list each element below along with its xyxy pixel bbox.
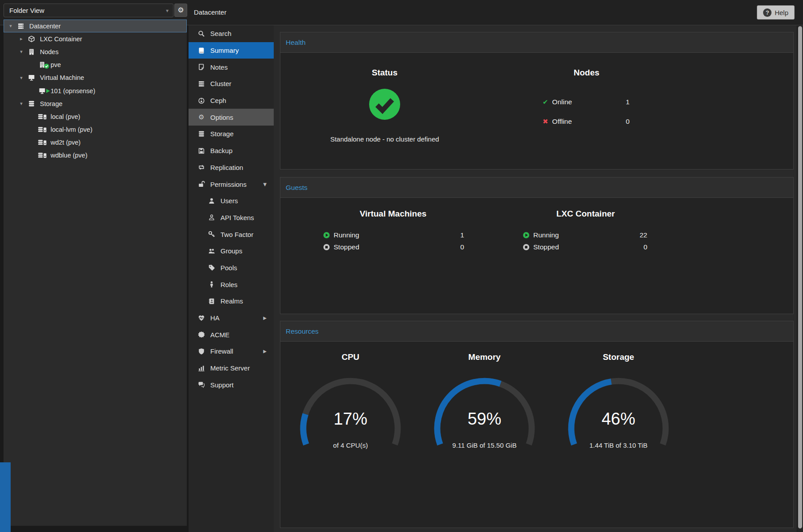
nav-item-summary[interactable]: Summary [189, 42, 274, 59]
expand-right-icon: ▶ [263, 349, 267, 354]
tree-item-pve[interactable]: pve [4, 59, 187, 71]
gear-icon: ⚙ [197, 114, 205, 121]
shield-icon [197, 348, 205, 355]
bar-chart-icon [197, 365, 205, 372]
nav-item-cluster[interactable]: Cluster [189, 75, 274, 92]
lxc-heading: LXC Container [506, 209, 665, 219]
nav-item-pools[interactable]: Pools [189, 260, 274, 276]
nav-item-label: Realms [220, 297, 243, 305]
nav-item-search[interactable]: Search [189, 25, 274, 42]
tree-item-nodes[interactable]: ▾Nodes [4, 45, 187, 58]
heartbeat-icon [197, 315, 205, 322]
question-icon: ? [763, 8, 772, 17]
stop-circle-icon [523, 244, 530, 251]
chevron-down-icon[interactable]: ▾ [19, 101, 24, 106]
nav-item-backup[interactable]: Backup [189, 142, 274, 159]
nav-item-roles[interactable]: Roles [189, 276, 274, 293]
tree-item-wdblue-pve[interactable]: wdblue (pve) [4, 149, 187, 162]
nav-item-firewall[interactable]: Firewall▶ [189, 343, 274, 360]
health-panel: Health Status Standalone node - no clust… [280, 32, 794, 169]
gauge-heading: Memory [420, 352, 549, 362]
address-book-icon [208, 298, 216, 305]
status-ok-icon [369, 88, 401, 120]
nav-item-options[interactable]: ⚙Options [189, 109, 274, 126]
nav-item-notes[interactable]: Notes [189, 59, 274, 75]
running-badge [45, 87, 51, 95]
nav-item-label: HA [210, 314, 220, 322]
nav-item-ceph[interactable]: Ceph [189, 92, 274, 109]
tree-item-wd2t-pve[interactable]: wd2t (pve) [4, 136, 187, 149]
search-icon [197, 30, 205, 37]
main-content: Health Status Standalone node - no clust… [274, 25, 797, 532]
chevron-down-icon[interactable]: ▾ [19, 49, 24, 55]
nav-item-permissions[interactable]: Permissions▼ [189, 176, 274, 193]
health-panel-header: Health [280, 32, 793, 53]
tree-item-storage[interactable]: ▾Storage [4, 97, 187, 110]
nav-item-label: Two Factor [220, 231, 253, 238]
nav-item-groups[interactable]: Groups [189, 243, 274, 260]
tree-item-101-opnsense[interactable]: 101 (opnsense) [4, 84, 187, 97]
health-title: Health [286, 39, 306, 46]
help-button[interactable]: ? Help [757, 5, 795, 20]
nodes-rows: ✔Online1✖Offline0 [543, 95, 630, 134]
gauge-cpu: CPU17%of 4 CPU(s) [286, 342, 415, 488]
tree-item-local-lvm-pve[interactable]: local-lvm (pve) [4, 123, 187, 136]
tree-item-lxc-container[interactable]: ▸LXC Container [4, 32, 187, 45]
nav-item-replication[interactable]: Replication [189, 159, 274, 176]
collapsed-panel-marker[interactable] [0, 462, 11, 532]
tree-item-virtual-machine[interactable]: ▾Virtual Machine [4, 71, 187, 84]
nav-item-storage[interactable]: Storage [189, 126, 274, 142]
user-icon [208, 197, 216, 205]
nav-item-label: Search [210, 30, 232, 37]
nav-item-label: Summary [210, 47, 239, 54]
lxc-rows: Running22Stopped0 [523, 229, 647, 253]
unlock-icon [197, 181, 205, 188]
nav-item-metric-server[interactable]: Metric Server [189, 360, 274, 377]
scrollbar-thumb[interactable] [798, 26, 802, 528]
nav-item-support[interactable]: Support [189, 376, 274, 393]
nav-item-acme[interactable]: ACME [189, 326, 274, 343]
note-icon [197, 63, 205, 71]
nav-item-api-tokens[interactable]: API Tokens [189, 209, 274, 226]
tree-item-label: pve [51, 61, 61, 68]
page-title: Datacenter [194, 8, 226, 16]
tree-item-label: Datacenter [29, 23, 61, 30]
nav-item-users[interactable]: Users [189, 193, 274, 209]
nav-item-label: Groups [220, 247, 242, 255]
nav-item-two-factor[interactable]: Two Factor [189, 226, 274, 243]
chevron-down-icon: ▾ [166, 8, 169, 14]
certificate-icon [197, 331, 205, 338]
database-icon [197, 130, 205, 138]
nav-item-label: Metric Server [210, 364, 250, 372]
server-icon [16, 23, 26, 30]
view-mode-label: Folder View [9, 7, 44, 14]
chevron-right-icon[interactable]: ▸ [19, 36, 24, 42]
tree-item-label: Storage [40, 100, 63, 107]
nav-item-label: Backup [210, 147, 232, 154]
tree-item-datacenter[interactable]: ▾Datacenter [4, 20, 187, 32]
check-icon: ✔ [543, 98, 548, 106]
gear-icon: ⚙ [177, 7, 184, 14]
vm-heading: Virtual Machines [280, 209, 506, 219]
guest-state-label: Stopped [533, 243, 559, 251]
tree-settings-button[interactable]: ⚙ [174, 4, 187, 17]
tree-item-local-pve[interactable]: local (pve) [4, 110, 187, 123]
nav-item-realms[interactable]: Realms [189, 293, 274, 310]
book-icon [197, 47, 205, 54]
nav-item-label: Pools [220, 264, 237, 272]
nav-item-ha[interactable]: HA▶ [189, 310, 274, 327]
guest-state-label: Running [334, 231, 359, 239]
ceph-icon [197, 97, 205, 104]
nav-item-label: Cluster [210, 80, 232, 87]
chevron-down-icon[interactable]: ▾ [19, 75, 24, 81]
gauge-subtext: 1.44 TiB of 3.10 TiB [554, 441, 683, 449]
nav-item-label: Storage [210, 130, 234, 138]
cube-icon [27, 35, 36, 43]
tree-item-label: wdblue (pve) [51, 152, 87, 159]
vertical-scrollbar[interactable] [797, 25, 803, 532]
gauge-subtext: of 4 CPU(s) [286, 441, 415, 449]
comments-icon [197, 381, 205, 388]
guest-count-value: 0 [643, 243, 647, 251]
chevron-down-icon[interactable]: ▾ [8, 23, 13, 29]
view-mode-select[interactable]: Folder View ▾ [4, 4, 173, 17]
